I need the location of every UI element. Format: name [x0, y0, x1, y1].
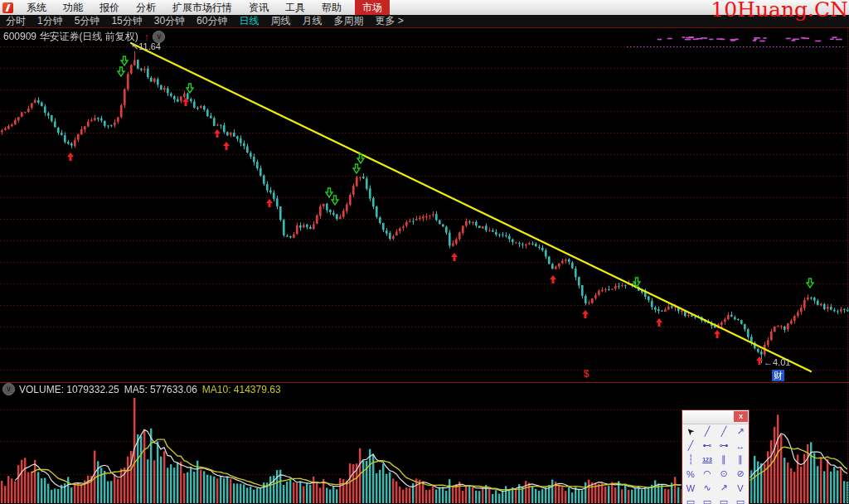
arrow-line-tool-icon[interactable]: ↗ [732, 424, 749, 439]
clipped-tool-icon[interactable]: ▭ [682, 495, 699, 504]
menu-item[interactable]: 报价 [91, 0, 128, 15]
period-tab[interactable]: 5分钟 [69, 15, 106, 27]
menu-item[interactable]: 功能 [55, 0, 91, 15]
high-pointer-icon: ↖ [131, 41, 138, 51]
price-note-tool-icon[interactable]: 123 [699, 453, 716, 467]
clipped-tool-icon[interactable]: ▭ [716, 495, 732, 504]
menu-item[interactable]: 系统 [18, 0, 55, 15]
v-wave-tool-icon[interactable]: V [732, 481, 749, 495]
period-tab[interactable]: 更多 > [369, 15, 409, 27]
wave-w-tool-icon[interactable]: W [682, 481, 699, 495]
low-pointer-icon: ← [764, 357, 773, 367]
ray-tool-icon[interactable]: ╱ [682, 439, 699, 453]
gann-circle-tool-icon[interactable]: ⊘ [732, 467, 749, 481]
vertical-line-tool-icon[interactable]: ┆ [682, 453, 699, 467]
period-tab[interactable]: 15分钟 [105, 15, 148, 27]
channel-tool-icon[interactable]: ∥ [732, 453, 749, 467]
cycle-circle-tool-icon[interactable]: ⊙ [716, 467, 732, 481]
cursor-tool-icon[interactable]: ➤ [682, 424, 699, 439]
app-logo-icon [2, 2, 13, 13]
volume-collapse-chevron-icon[interactable]: ∨ [2, 383, 15, 395]
percent-lines-tool-icon[interactable]: % [682, 467, 699, 481]
period-tab[interactable]: 月线 [296, 15, 327, 27]
zigzag-tool-icon[interactable]: ∿ [699, 481, 716, 495]
chart-title: 600909 华安证券(日线 前复权) [3, 30, 138, 44]
volume-header: ∨ VOLUME: 1079332.25 MA5: 577633.06 MA10… [2, 383, 286, 395]
menu-item[interactable]: 扩展市场行情 [164, 0, 240, 15]
trend-arrow-zigzag-tool-icon[interactable]: ↗ [716, 481, 732, 495]
parallel-lines-tool-icon[interactable]: ∥ [716, 453, 732, 467]
period-tab[interactable]: 分时 [0, 15, 32, 27]
menu-item[interactable]: 资讯 [240, 0, 277, 15]
segment-tool-icon[interactable]: ╱ [716, 424, 732, 439]
extended-hline-tool-icon[interactable]: ↔ [732, 439, 749, 453]
right-anchored-hline-tool-icon[interactable]: ⊶ [716, 439, 732, 453]
period-tab[interactable]: 日线 [233, 15, 264, 27]
arc-tool-icon[interactable]: ◠ [699, 467, 716, 481]
clipped-tool-icon[interactable]: ▭ [732, 495, 749, 504]
menu-item-market[interactable]: 市场 [355, 0, 390, 15]
cai-tag-badge: 财 [772, 370, 784, 381]
period-tab[interactable]: 多周期 [327, 15, 369, 27]
palette-close-button[interactable]: x [734, 411, 748, 422]
period-tab[interactable]: 60分钟 [191, 15, 233, 27]
period-tab[interactable]: 30分钟 [148, 15, 191, 27]
dollar-signal-marker: $ [584, 368, 589, 380]
ma10-value-label: MA10: 414379.63 [202, 384, 281, 395]
drawing-tools-palette[interactable]: x ➤╱╱↗╱⊷⊶↔┆123∥∥%◠⊙⊘W∿↗V▭▭▭▭ [682, 410, 750, 504]
clipped-tool-icon[interactable]: ▭ [699, 495, 716, 504]
menu-item[interactable]: 工具 [277, 0, 313, 15]
trend-line-tool-icon[interactable]: ╱ [699, 424, 716, 439]
period-tab[interactable]: 周线 [264, 15, 296, 27]
period-tab[interactable]: 1分钟 [32, 15, 69, 27]
volume-value-label: VOLUME: 1079332.25 [19, 384, 119, 395]
menu-item[interactable]: 分析 [128, 0, 164, 15]
left-anchored-hline-tool-icon[interactable]: ⊷ [699, 439, 716, 453]
menu-item[interactable]: 帮助 [313, 0, 350, 15]
palette-titlebar[interactable]: x [682, 410, 749, 424]
low-price-annotation: ←4.01 [764, 357, 790, 367]
high-price-annotation: ↖11.64 [131, 41, 161, 52]
ma5-value-label: MA5: 577633.06 [124, 384, 197, 395]
watermark-label: 10Huang.CN [711, 0, 848, 22]
